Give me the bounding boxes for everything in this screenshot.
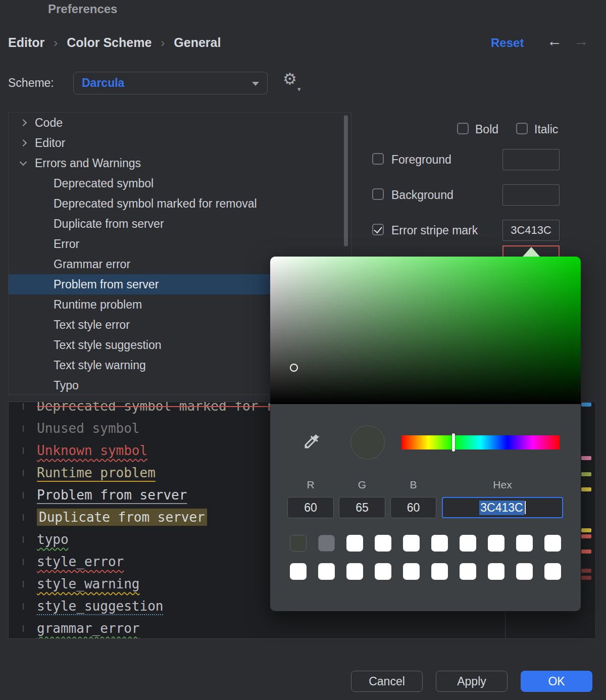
tree-item[interactable]: Deprecated symbol <box>9 173 351 193</box>
color-swatch[interactable] <box>318 563 335 580</box>
foreground-color-field[interactable] <box>502 149 560 170</box>
chevron-right-icon[interactable] <box>20 139 27 146</box>
breadcrumb: Editor › Color Scheme › General <box>8 35 221 50</box>
foreground-label: Foreground <box>391 153 451 167</box>
color-swatch[interactable] <box>460 535 476 552</box>
color-swatch[interactable] <box>375 535 391 552</box>
tree-item-label: Deprecated symbol <box>54 177 154 190</box>
tree-item[interactable]: Editor <box>9 133 351 153</box>
tree-item[interactable]: Deprecated symbol marked for removal <box>9 193 351 214</box>
tree-item-label: Text style warning <box>54 359 146 372</box>
breadcrumb-item-color-scheme[interactable]: Color Scheme <box>67 35 152 50</box>
gutter-tick <box>23 514 24 521</box>
foreground-checkbox[interactable] <box>372 153 384 165</box>
tree-item[interactable]: Code <box>9 113 351 133</box>
breadcrumb-separator: › <box>54 36 58 50</box>
tree-item[interactable]: Errors and Warnings <box>9 153 351 173</box>
chevron-down-icon[interactable] <box>20 158 27 165</box>
chevron-right-icon[interactable] <box>20 119 27 126</box>
gutter-tick <box>23 625 24 632</box>
background-checkbox[interactable] <box>372 188 384 200</box>
red-input[interactable]: 60 <box>287 497 334 518</box>
color-swatch[interactable] <box>318 535 335 552</box>
saturation-brightness-area[interactable] <box>270 257 581 404</box>
eyedropper-icon[interactable] <box>302 432 321 451</box>
error-stripe-checkbox[interactable] <box>372 224 384 235</box>
tree-item-label: Deprecated symbol marked for removal <box>54 197 257 211</box>
gutter-tick <box>23 536 24 543</box>
breadcrumb-item-general[interactable]: General <box>174 35 221 50</box>
green-input[interactable]: 65 <box>339 497 385 518</box>
gear-icon[interactable]: ⚙ <box>283 70 297 88</box>
color-swatch[interactable] <box>544 535 561 552</box>
color-swatch[interactable] <box>460 563 476 580</box>
color-swatch[interactable] <box>431 563 448 580</box>
stripe-mark <box>581 456 591 460</box>
color-swatch[interactable] <box>346 535 363 552</box>
tree-item[interactable]: Error <box>9 234 351 254</box>
italic-label: Italic <box>534 123 558 136</box>
color-swatch[interactable] <box>403 535 420 552</box>
hue-slider-cursor[interactable] <box>452 433 455 452</box>
hex-input[interactable]: 3C413C <box>442 497 563 518</box>
sv-cursor[interactable] <box>290 364 298 372</box>
hue-slider[interactable] <box>401 435 560 449</box>
bold-checkbox[interactable] <box>457 123 469 134</box>
color-swatch[interactable] <box>375 563 391 580</box>
background-color-field[interactable] <box>502 184 560 206</box>
preview-token: style_warning <box>37 576 140 591</box>
scheme-label: Scheme: <box>8 76 54 90</box>
stripe-mark <box>581 549 591 554</box>
color-swatch[interactable] <box>488 535 504 552</box>
error-stripe-color-field[interactable]: 3C413C <box>502 220 560 241</box>
italic-checkbox[interactable] <box>516 123 528 134</box>
stripe-mark <box>581 576 591 580</box>
color-swatch[interactable] <box>516 535 533 552</box>
ok-button[interactable]: OK <box>521 671 592 692</box>
tree-item-label: Typo <box>54 379 79 392</box>
breadcrumb-item-editor[interactable]: Editor <box>8 35 44 50</box>
gutter-tick <box>23 470 24 476</box>
preview-token: Unknown symbol <box>37 443 147 458</box>
back-arrow-icon[interactable]: ← <box>547 32 562 49</box>
preview-token: style_suggestion <box>37 598 163 614</box>
tree-item[interactable]: Duplicate from server <box>9 214 351 234</box>
tree-item-label: Runtime problem <box>54 298 142 312</box>
tree-item-label: Text style suggestion <box>54 338 162 352</box>
blue-label: B <box>390 479 436 491</box>
stripe-mark <box>581 569 591 573</box>
gutter-tick <box>23 447 24 454</box>
color-swatch[interactable] <box>290 563 307 580</box>
color-swatch[interactable] <box>516 563 533 580</box>
blue-input[interactable]: 60 <box>390 497 436 518</box>
hex-label: Hex <box>442 479 563 491</box>
red-label: R <box>287 479 334 491</box>
gutter-tick <box>23 559 24 565</box>
color-swatch[interactable] <box>346 563 363 580</box>
gutter-tick <box>23 425 24 432</box>
chevron-down-icon <box>252 82 259 86</box>
gear-caret-icon: ▾ <box>297 85 301 93</box>
stripe-mark <box>581 403 591 407</box>
window-title: Preferences <box>48 2 117 16</box>
cancel-button[interactable]: Cancel <box>351 671 423 692</box>
tree-scrollbar[interactable] <box>344 115 348 246</box>
bold-label: Bold <box>475 123 498 136</box>
color-swatch[interactable] <box>431 535 448 552</box>
scheme-value: Darcula <box>82 76 124 90</box>
forward-arrow-icon[interactable]: → <box>574 32 589 49</box>
color-swatch[interactable] <box>290 535 307 552</box>
color-swatch[interactable] <box>488 563 504 580</box>
apply-button[interactable]: Apply <box>436 671 508 692</box>
preview-token: Runtime problem <box>37 465 156 480</box>
text-caret <box>525 501 526 514</box>
tree-item-label: Text style error <box>54 318 130 332</box>
preview-line[interactable]: grammar_error <box>9 617 595 639</box>
scheme-dropdown[interactable]: Darcula <box>73 72 268 94</box>
color-swatch[interactable] <box>544 563 561 580</box>
color-picker-popup: R G B Hex 60 65 60 3C413C <box>270 257 581 611</box>
color-swatch[interactable] <box>403 563 420 580</box>
preview-token: typo <box>37 532 69 547</box>
reset-link[interactable]: Reset <box>491 36 524 50</box>
tree-item-label: Errors and Warnings <box>35 157 141 170</box>
